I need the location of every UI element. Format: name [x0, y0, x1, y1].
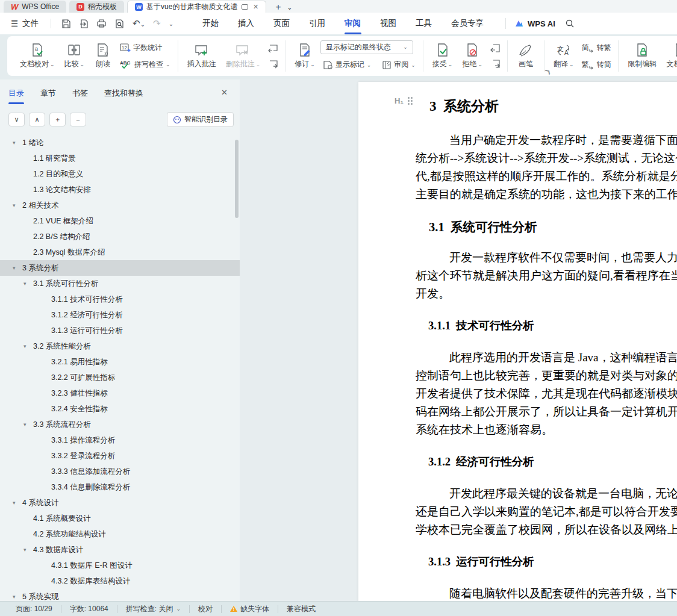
tab-document[interactable]: W 基于vue的甘肃非物质文化遗产 ✕ [127, 1, 266, 13]
menu-reference[interactable]: 引用 [299, 13, 335, 34]
menu-home[interactable]: 开始 [193, 13, 228, 34]
print-preview-button[interactable] [114, 19, 125, 29]
outline-item[interactable]: ▾4 系统设计 [0, 495, 240, 511]
review-pane-button[interactable]: 审阅⌄ [379, 58, 418, 72]
collapse-arrow-icon[interactable]: ▾ [13, 265, 22, 271]
tab-list-dropdown-icon[interactable]: ⌄ [287, 4, 295, 13]
outline-item[interactable]: 4.3.1 数据库 E-R 图设计 [0, 558, 240, 573]
export-pdf-button[interactable] [79, 19, 89, 29]
collapse-arrow-icon[interactable]: ▾ [23, 547, 33, 553]
new-tab-button[interactable]: ＋ [269, 1, 287, 13]
outline-item[interactable]: 1.2 目的和意义 [0, 166, 240, 182]
simplified-to-traditional-button[interactable]: 简 转繁 [579, 40, 613, 55]
doc-proof-button[interactable]: a 文档校对⌄ [16, 42, 59, 70]
outline-item[interactable]: 3.3.4 信息删除流程分析 [0, 479, 240, 495]
collapse-arrow-icon[interactable]: ▾ [23, 422, 33, 428]
collapse-arrow-icon[interactable]: ▾ [13, 594, 22, 600]
heading-level-badge[interactable]: H₁ [395, 96, 413, 105]
tab-wps-office[interactable]: W WPS Office [4, 1, 66, 13]
read-aloud-button[interactable]: 朗读 [90, 42, 116, 70]
outline-item[interactable]: ▾3.2 系统性能分析 [0, 338, 240, 354]
outline-collapse-all-button[interactable]: ∧ [29, 113, 45, 126]
reject-change-button[interactable]: 拒绝⌄ [458, 42, 487, 70]
outline-item[interactable]: 3.2.4 安全性指标 [0, 401, 240, 417]
outline-item[interactable]: 3.3.2 登录流程分析 [0, 448, 240, 464]
pane-tab-contents[interactable]: 目录 [8, 88, 24, 104]
next-comment-button[interactable] [266, 57, 280, 70]
prev-change-button[interactable] [488, 42, 502, 55]
ink-pen-button[interactable]: 画笔 [513, 42, 539, 70]
menu-tools[interactable]: 工具 [406, 13, 441, 34]
save-button[interactable] [61, 19, 71, 29]
outline-item[interactable]: 4.3.2 数据库表结构设计 [0, 573, 240, 589]
outline-item[interactable]: 3.3.3 信息添加流程分析 [0, 464, 240, 479]
pane-tab-bookmarks[interactable]: 书签 [72, 88, 88, 104]
menu-page[interactable]: 页面 [264, 13, 299, 34]
detach-window-icon[interactable] [242, 4, 248, 10]
outline-item[interactable]: 3.2.3 健壮性指标 [0, 385, 240, 401]
show-markup-button[interactable]: 显示标记⌄ [320, 58, 374, 72]
collapse-arrow-icon[interactable]: ▾ [13, 140, 22, 146]
wps-ai-button[interactable]: WPS AI [514, 19, 555, 28]
toolbar-more-icon[interactable]: ⌄ [169, 20, 173, 27]
pane-tab-chapters[interactable]: 章节 [40, 88, 56, 104]
tab-docer-templates[interactable]: D 稻壳模板 [69, 1, 124, 13]
markup-state-select[interactable]: 显示标记的最终状态⌄ [320, 40, 413, 54]
outline-zoom-in-button[interactable]: ＋ [49, 113, 66, 126]
collapse-arrow-icon[interactable]: ▾ [13, 202, 22, 208]
outline-item[interactable]: 3.1.1 技术可行性分析 [0, 291, 240, 307]
close-tab-icon[interactable]: ✕ [252, 3, 258, 11]
word-count-button[interactable]: 12 字数统计 [117, 40, 173, 55]
menu-member[interactable]: 会员专享 [441, 13, 493, 34]
smart-detect-toc-button[interactable]: 智能识别目录 [167, 112, 234, 127]
print-button[interactable] [96, 19, 107, 28]
accept-change-button[interactable]: 接受⌄ [428, 42, 457, 70]
outline-item[interactable]: ▾3.3 系统流程分析 [0, 417, 240, 432]
track-changes-button[interactable]: 修订⌄ [290, 42, 319, 70]
outline-item[interactable]: 3.1.2 经济可行性分析 [0, 307, 240, 323]
word-count-indicator[interactable]: 字数: 10064 [61, 604, 117, 614]
outline-expand-all-button[interactable]: ∨ [8, 113, 25, 126]
outline-item[interactable]: 2.2 B/S 结构介绍 [0, 229, 240, 244]
translate-button[interactable]: 文A 翻译⌄ [549, 42, 578, 70]
outline-item[interactable]: 3.2.1 易用性指标 [0, 354, 240, 370]
proofread-button[interactable]: 校对 [190, 604, 221, 614]
missing-font-warning[interactable]: 缺失字体 [222, 604, 278, 614]
redo-button[interactable]: ↷ [153, 18, 161, 29]
encrypt-document-button[interactable]: 文档加密 [662, 42, 677, 70]
next-change-button[interactable] [488, 57, 502, 70]
outline-item[interactable]: ▾2 相关技术 [0, 198, 240, 213]
collapse-arrow-icon[interactable]: ▾ [23, 281, 33, 287]
pane-tab-find-replace[interactable]: 查找和替换 [104, 88, 143, 104]
document-page[interactable]: 3 系统分析当用户确定开发一款程序时，是需要遵循下面的顺序进统分析-->系统设计… [358, 82, 677, 601]
collapse-arrow-icon[interactable]: ▾ [13, 500, 22, 506]
delete-comment-button[interactable]: 删除批注⌄ [222, 42, 265, 70]
outline-item[interactable]: 2.3 Mysql 数据库介绍 [0, 244, 240, 260]
outline-item[interactable]: ▾5 系统实现 [0, 589, 240, 601]
outline-item[interactable]: 1.3 论文结构安排 [0, 182, 240, 198]
spell-check-button[interactable]: ABC 拼写检查⌄ [117, 57, 173, 72]
outline-item[interactable]: 4.2 系统功能结构设计 [0, 526, 240, 542]
traditional-to-simplified-button[interactable]: 繁 转简 [579, 57, 613, 72]
outline-item[interactable]: 3.3.1 操作流程分析 [0, 432, 240, 448]
outline-item[interactable]: ▾3 系统分析 [0, 260, 240, 276]
outline-item[interactable]: 3.2.2 可扩展性指标 [0, 370, 240, 385]
outline-item[interactable]: 1.1 研究背景 [0, 151, 240, 166]
outline-item[interactable]: 2.1 VUE 框架介绍 [0, 213, 240, 229]
outline-item[interactable]: ▾4.3 数据库设计 [0, 542, 240, 558]
outline-item[interactable]: ▾1 绪论 [0, 135, 240, 151]
search-button[interactable] [565, 19, 575, 28]
outline-item[interactable]: 3.1.3 运行可行性分析 [0, 323, 240, 338]
compare-button[interactable]: 比较⌄ [60, 42, 89, 70]
menu-view[interactable]: 视图 [370, 13, 406, 34]
insert-comment-button[interactable]: 插入批注 [183, 42, 220, 70]
menu-insert[interactable]: 插入 [228, 13, 264, 34]
restrict-editing-button[interactable]: 限制编辑 [623, 42, 661, 70]
drag-handle-icon[interactable] [408, 97, 413, 105]
collapse-arrow-icon[interactable]: ▾ [23, 343, 33, 349]
outline-zoom-out-button[interactable]: − [70, 113, 86, 126]
outline-item[interactable]: ▾3.1 系统可行性分析 [0, 276, 240, 291]
spellcheck-toggle[interactable]: 拼写检查: 关闭⌄ [117, 604, 189, 614]
page-indicator[interactable]: 页面: 10/29 [7, 604, 61, 614]
menu-review[interactable]: 审阅 [335, 13, 370, 34]
